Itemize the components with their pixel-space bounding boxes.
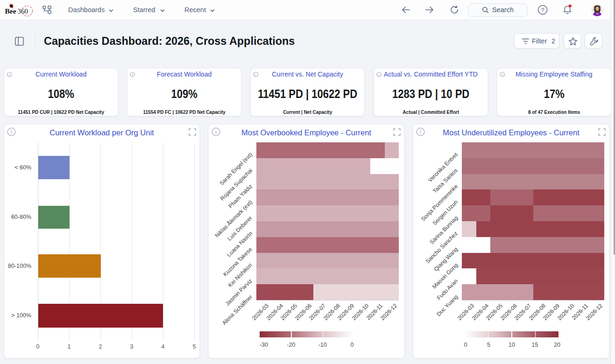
svg-text:?: ?	[541, 7, 544, 14]
svg-text:360: 360	[18, 7, 28, 15]
